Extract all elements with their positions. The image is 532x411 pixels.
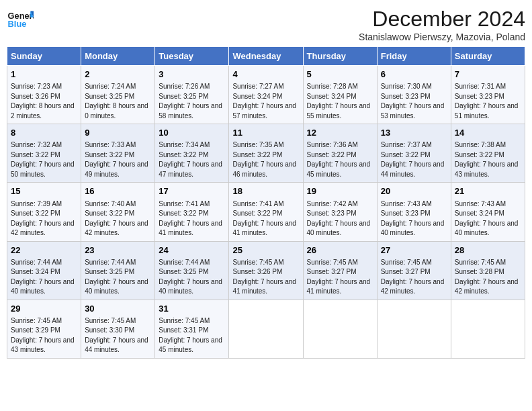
- col-tuesday: Tuesday: [155, 47, 229, 66]
- day-number: 30: [85, 303, 151, 315]
- table-cell: 25 Sunrise: 7:45 AMSunset: 3:26 PMDaylig…: [229, 241, 303, 300]
- day-number: 21: [455, 185, 521, 197]
- table-row: 1 Sunrise: 7:23 AMSunset: 3:26 PMDayligh…: [7, 66, 525, 124]
- table-cell: 16 Sunrise: 7:40 AMSunset: 3:22 PMDaylig…: [81, 183, 155, 241]
- table-cell: 5 Sunrise: 7:28 AMSunset: 3:24 PMDayligh…: [303, 66, 377, 124]
- day-number: 24: [159, 244, 225, 257]
- table-cell: 19 Sunrise: 7:42 AMSunset: 3:23 PMDaylig…: [303, 183, 377, 241]
- month-title: December 2024: [359, 7, 525, 32]
- table-cell: 11 Sunrise: 7:35 AMSunset: 3:22 PMDaylig…: [229, 124, 303, 183]
- day-number: 12: [307, 127, 373, 139]
- table-cell: [303, 300, 377, 358]
- day-info: Sunrise: 7:45 AMSunset: 3:31 PMDaylight:…: [159, 316, 225, 355]
- day-info: Sunrise: 7:43 AMSunset: 3:23 PMDaylight:…: [381, 199, 447, 238]
- col-sunday: Sunday: [7, 47, 81, 66]
- day-number: 19: [307, 185, 373, 197]
- day-info: Sunrise: 7:38 AMSunset: 3:22 PMDaylight:…: [455, 140, 521, 179]
- table-row: 22 Sunrise: 7:44 AMSunset: 3:24 PMDaylig…: [7, 241, 525, 300]
- table-cell: [377, 300, 451, 358]
- day-number: 13: [381, 127, 447, 139]
- day-info: Sunrise: 7:44 AMSunset: 3:25 PMDaylight:…: [159, 258, 225, 297]
- day-number: 2: [85, 68, 151, 81]
- day-number: 31: [159, 303, 225, 315]
- day-number: 6: [381, 68, 447, 81]
- day-number: 1: [11, 68, 77, 81]
- table-cell: 22 Sunrise: 7:44 AMSunset: 3:24 PMDaylig…: [7, 241, 81, 300]
- table-cell: 20 Sunrise: 7:43 AMSunset: 3:23 PMDaylig…: [377, 183, 451, 241]
- table-cell: 18 Sunrise: 7:41 AMSunset: 3:22 PMDaylig…: [229, 183, 303, 241]
- table-cell: 14 Sunrise: 7:38 AMSunset: 3:22 PMDaylig…: [451, 124, 525, 183]
- day-info: Sunrise: 7:42 AMSunset: 3:23 PMDaylight:…: [307, 199, 373, 238]
- day-info: Sunrise: 7:23 AMSunset: 3:26 PMDaylight:…: [11, 82, 77, 121]
- day-number: 8: [11, 127, 77, 139]
- day-number: 27: [381, 244, 447, 257]
- day-info: Sunrise: 7:45 AMSunset: 3:28 PMDaylight:…: [455, 258, 521, 297]
- table-cell: [229, 300, 303, 358]
- day-info: Sunrise: 7:37 AMSunset: 3:22 PMDaylight:…: [381, 140, 447, 179]
- day-number: 11: [232, 127, 299, 139]
- day-info: Sunrise: 7:40 AMSunset: 3:22 PMDaylight:…: [85, 199, 151, 238]
- day-number: 4: [232, 68, 299, 81]
- day-number: 10: [159, 127, 225, 139]
- day-info: Sunrise: 7:45 AMSunset: 3:29 PMDaylight:…: [11, 316, 77, 355]
- table-cell: 3 Sunrise: 7:26 AMSunset: 3:25 PMDayligh…: [155, 66, 229, 124]
- day-number: 29: [11, 303, 77, 315]
- day-number: 20: [381, 185, 447, 197]
- day-info: Sunrise: 7:43 AMSunset: 3:24 PMDaylight:…: [455, 199, 521, 238]
- table-cell: 8 Sunrise: 7:32 AMSunset: 3:22 PMDayligh…: [7, 124, 81, 183]
- day-number: 26: [307, 244, 373, 257]
- day-number: 23: [85, 244, 151, 257]
- day-info: Sunrise: 7:27 AMSunset: 3:24 PMDaylight:…: [232, 82, 299, 121]
- day-number: 18: [232, 185, 299, 197]
- table-cell: 27 Sunrise: 7:45 AMSunset: 3:27 PMDaylig…: [377, 241, 451, 300]
- day-info: Sunrise: 7:45 AMSunset: 3:27 PMDaylight:…: [307, 258, 373, 297]
- title-area: December 2024 Stanislawow Pierwszy, Mazo…: [359, 7, 525, 42]
- day-info: Sunrise: 7:33 AMSunset: 3:22 PMDaylight:…: [85, 140, 151, 179]
- day-info: Sunrise: 7:45 AMSunset: 3:30 PMDaylight:…: [85, 316, 151, 355]
- day-number: 5: [307, 68, 373, 81]
- table-row: 15 Sunrise: 7:39 AMSunset: 3:22 PMDaylig…: [7, 183, 525, 241]
- day-number: 15: [11, 185, 77, 197]
- table-cell: 4 Sunrise: 7:27 AMSunset: 3:24 PMDayligh…: [229, 66, 303, 124]
- day-info: Sunrise: 7:39 AMSunset: 3:22 PMDaylight:…: [11, 199, 77, 238]
- table-cell: 2 Sunrise: 7:24 AMSunset: 3:25 PMDayligh…: [81, 66, 155, 124]
- header: General Blue December 2024 Stanislawow P…: [7, 7, 525, 42]
- logo-icon: General Blue: [7, 7, 34, 34]
- day-number: 9: [85, 127, 151, 139]
- table-cell: 7 Sunrise: 7:31 AMSunset: 3:23 PMDayligh…: [451, 66, 525, 124]
- table-cell: 10 Sunrise: 7:34 AMSunset: 3:22 PMDaylig…: [155, 124, 229, 183]
- table-cell: 23 Sunrise: 7:44 AMSunset: 3:25 PMDaylig…: [81, 241, 155, 300]
- day-number: 7: [455, 68, 521, 81]
- day-number: 3: [159, 68, 225, 81]
- col-wednesday: Wednesday: [229, 47, 303, 66]
- col-saturday: Saturday: [451, 47, 525, 66]
- table-cell: 6 Sunrise: 7:30 AMSunset: 3:23 PMDayligh…: [377, 66, 451, 124]
- table-cell: 13 Sunrise: 7:37 AMSunset: 3:22 PMDaylig…: [377, 124, 451, 183]
- table-cell: 9 Sunrise: 7:33 AMSunset: 3:22 PMDayligh…: [81, 124, 155, 183]
- day-number: 17: [159, 185, 225, 197]
- day-info: Sunrise: 7:28 AMSunset: 3:24 PMDaylight:…: [307, 82, 373, 121]
- day-info: Sunrise: 7:24 AMSunset: 3:25 PMDaylight:…: [85, 82, 151, 121]
- col-thursday: Thursday: [303, 47, 377, 66]
- table-cell: 31 Sunrise: 7:45 AMSunset: 3:31 PMDaylig…: [155, 300, 229, 358]
- calendar-table: Sunday Monday Tuesday Wednesday Thursday…: [7, 46, 525, 359]
- table-cell: 30 Sunrise: 7:45 AMSunset: 3:30 PMDaylig…: [81, 300, 155, 358]
- day-info: Sunrise: 7:44 AMSunset: 3:25 PMDaylight:…: [85, 258, 151, 297]
- table-cell: 1 Sunrise: 7:23 AMSunset: 3:26 PMDayligh…: [7, 66, 81, 124]
- col-friday: Friday: [377, 47, 451, 66]
- location-title: Stanislawow Pierwszy, Mazovia, Poland: [359, 32, 525, 42]
- day-info: Sunrise: 7:32 AMSunset: 3:22 PMDaylight:…: [11, 140, 77, 179]
- day-number: 28: [455, 244, 521, 257]
- table-cell: [451, 300, 525, 358]
- table-cell: 12 Sunrise: 7:36 AMSunset: 3:22 PMDaylig…: [303, 124, 377, 183]
- table-row: 8 Sunrise: 7:32 AMSunset: 3:22 PMDayligh…: [7, 124, 525, 183]
- table-cell: 21 Sunrise: 7:43 AMSunset: 3:24 PMDaylig…: [451, 183, 525, 241]
- day-info: Sunrise: 7:35 AMSunset: 3:22 PMDaylight:…: [232, 140, 299, 179]
- logo: General Blue: [7, 7, 34, 34]
- table-row: 29 Sunrise: 7:45 AMSunset: 3:29 PMDaylig…: [7, 300, 525, 358]
- table-cell: 15 Sunrise: 7:39 AMSunset: 3:22 PMDaylig…: [7, 183, 81, 241]
- svg-text:Blue: Blue: [8, 19, 27, 29]
- day-info: Sunrise: 7:45 AMSunset: 3:27 PMDaylight:…: [381, 258, 447, 297]
- day-info: Sunrise: 7:41 AMSunset: 3:22 PMDaylight:…: [159, 199, 225, 238]
- day-info: Sunrise: 7:30 AMSunset: 3:23 PMDaylight:…: [381, 82, 447, 121]
